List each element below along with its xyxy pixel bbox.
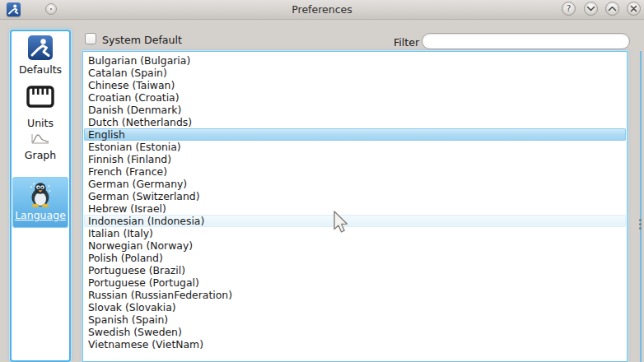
language-list-item[interactable]: Polish (Poland): [84, 252, 626, 264]
language-list-item[interactable]: Danish (Denmark): [84, 104, 626, 116]
language-list-item[interactable]: Italian (Italy): [84, 227, 626, 239]
language-list-item[interactable]: Dutch (Netherlands): [84, 116, 626, 128]
sidebar-item-graph[interactable]: Graph: [12, 132, 69, 161]
language-list-item[interactable]: Estonian (Estonia): [84, 141, 626, 153]
language-list-item[interactable]: English: [84, 128, 626, 141]
sidebar: Defaults Units Graph: [10, 30, 71, 362]
close-icon: [630, 5, 637, 12]
splitter-handle[interactable]: [640, 51, 642, 362]
ruler-icon: [26, 86, 54, 108]
close-button[interactable]: [627, 2, 641, 16]
keep-above-button[interactable]: [605, 2, 619, 16]
sidebar-item-label: Language: [15, 209, 66, 221]
titlebar[interactable]: Preferences ?: [0, 0, 644, 20]
chevron-down-icon: [586, 5, 595, 12]
language-list-item[interactable]: Norwegian (Norway): [84, 239, 626, 252]
help-button[interactable]: ?: [562, 2, 576, 16]
splitter-grip-icon: [639, 227, 642, 230]
penguin-icon: [27, 181, 54, 207]
sidebar-item-label: Graph: [25, 149, 56, 161]
language-list-item[interactable]: Spanish (Spain): [84, 313, 626, 326]
language-list-item[interactable]: Bulgarian (Bulgaria): [84, 54, 626, 67]
preferences-window: Preferences ? De: [0, 0, 644, 362]
window-title: Preferences: [0, 3, 644, 16]
language-list-item[interactable]: Hebrew (Israel): [84, 202, 626, 215]
filter-input[interactable]: [422, 33, 630, 49]
language-list-item[interactable]: Croatian (Croatia): [84, 91, 626, 104]
language-list-item[interactable]: German (Germany): [84, 178, 626, 190]
language-list-item[interactable]: Slovak (Slovakia): [84, 301, 626, 313]
filter-label: Filter: [394, 36, 419, 49]
help-icon: ?: [567, 4, 572, 13]
language-list-item[interactable]: Portuguese (Portugal): [84, 276, 626, 289]
sidebar-item-language[interactable]: Language: [12, 177, 68, 228]
graph-icon: [31, 132, 49, 144]
shade-button[interactable]: [584, 2, 598, 16]
sidebar-item-label: Units: [27, 117, 54, 129]
language-list-item[interactable]: German (Switzerland): [84, 190, 626, 202]
system-default-checkbox[interactable]: [85, 33, 96, 44]
sidebar-item-units[interactable]: Units: [12, 86, 69, 129]
language-list[interactable]: Bulgarian (Bulgaria)Catalan (Spain)Chine…: [82, 51, 628, 362]
language-list-item[interactable]: Chinese (Taiwan): [84, 79, 626, 91]
chevron-up-icon: [608, 5, 617, 12]
language-list-item[interactable]: Portuguese (Brazil): [84, 264, 626, 276]
diver-icon: [27, 35, 54, 61]
splitter-grip-icon: [639, 223, 642, 225]
language-list-item[interactable]: Finnish (Finland): [84, 153, 626, 165]
language-list-item[interactable]: Catalan (Spain): [84, 67, 626, 79]
language-list-item[interactable]: French (France): [84, 165, 626, 178]
system-default-label: System Default: [102, 34, 182, 46]
language-list-item[interactable]: Vietnamese (VietNam): [84, 338, 626, 350]
sidebar-item-defaults[interactable]: Defaults: [12, 35, 69, 76]
language-list-item[interactable]: Indonesian (Indonesia): [84, 215, 626, 227]
splitter-grip-icon: [639, 219, 642, 221]
language-list-item[interactable]: Swedish (Sweden): [84, 326, 626, 338]
sidebar-item-label: Defaults: [19, 63, 62, 76]
language-list-item[interactable]: Russian (RussianFederation): [84, 289, 626, 301]
